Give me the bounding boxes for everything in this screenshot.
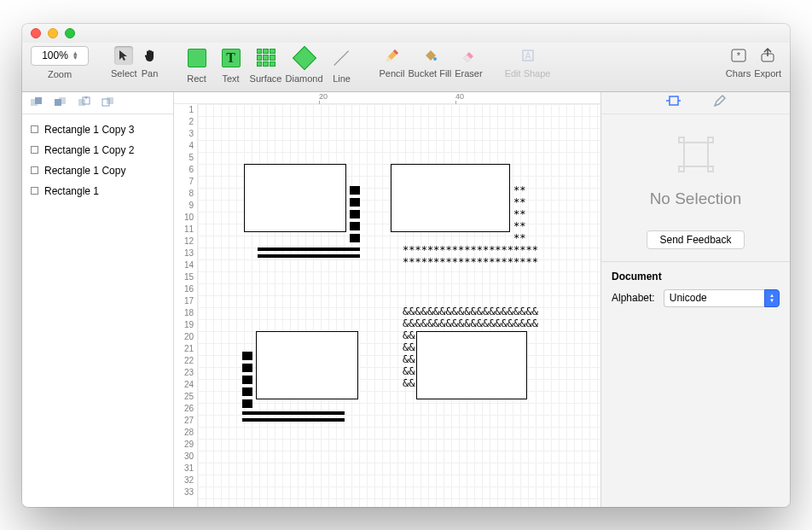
visibility-toggle[interactable] bbox=[31, 146, 38, 154]
zoom-group: 100% ▴▾ Zoom bbox=[31, 46, 89, 79]
tab-geometry[interactable] bbox=[665, 94, 681, 111]
zoom-label: Zoom bbox=[48, 69, 72, 79]
text-label: Text bbox=[222, 73, 239, 84]
send-backward-button[interactable] bbox=[99, 95, 118, 110]
zoom-stepper[interactable]: 100% ▴▾ bbox=[31, 46, 89, 66]
surface-tool-button[interactable] bbox=[251, 46, 281, 70]
gutter-row: 9 bbox=[174, 200, 194, 212]
alphabet-select[interactable]: Unicode ▲▼ bbox=[664, 289, 780, 307]
ruler-tick: 40 bbox=[455, 92, 464, 101]
shadow-block bbox=[258, 254, 360, 258]
chars-button[interactable]: * bbox=[729, 46, 748, 65]
document-heading: Document bbox=[612, 271, 780, 282]
gutter-row: 4 bbox=[174, 140, 194, 152]
gutter-row: 30 bbox=[174, 451, 194, 463]
layer-label: Rectangle 1 Copy 2 bbox=[44, 144, 134, 156]
pan-tool-button[interactable] bbox=[141, 46, 160, 65]
export-button[interactable] bbox=[758, 46, 777, 65]
gutter-row: 8 bbox=[174, 188, 194, 200]
layer-list[interactable]: Rectangle 1 Copy 3 Rectangle 1 Copy 2 Re… bbox=[22, 114, 173, 507]
bucket-label: Bucket Fill bbox=[409, 68, 452, 79]
gutter-row: 2 bbox=[174, 116, 194, 128]
rect-tool-button[interactable] bbox=[182, 46, 212, 70]
line-tool-button[interactable] bbox=[327, 46, 357, 70]
visibility-toggle[interactable] bbox=[31, 166, 38, 174]
gutter-row: 20 bbox=[174, 331, 194, 343]
layer-item[interactable]: Rectangle 1 Copy bbox=[26, 160, 170, 181]
canvas[interactable]: ** ** ** ** ** ********************** **… bbox=[198, 104, 600, 507]
gutter-row: 17 bbox=[174, 295, 194, 307]
svg-rect-7 bbox=[35, 97, 42, 104]
ascii-shadow: &&&&&&&&&&&&&&&&&&&&&& &&&&&&&&&&&&&&&&&… bbox=[403, 306, 538, 329]
gutter-row: 6 bbox=[174, 164, 194, 176]
bring-forward-button[interactable] bbox=[75, 95, 94, 110]
hand-icon bbox=[142, 48, 158, 63]
layer-item[interactable]: Rectangle 1 bbox=[26, 181, 170, 201]
shadow-block bbox=[258, 248, 360, 251]
export-label: Export bbox=[754, 68, 781, 79]
editshape-button: A bbox=[519, 46, 537, 65]
eraser-tool-button[interactable] bbox=[459, 46, 478, 65]
chars-icon: * bbox=[730, 47, 747, 64]
canvas-wrap: 20 40 1234567891011121314151617181920212… bbox=[174, 92, 600, 507]
stepper-arrows-icon: ▴▾ bbox=[73, 51, 78, 60]
gutter-row: 23 bbox=[174, 367, 194, 379]
toolbar: 100% ▴▾ Zoom Select Pan bbox=[22, 43, 790, 92]
window-minimize-button[interactable] bbox=[48, 28, 58, 38]
send-back-button[interactable] bbox=[51, 95, 70, 110]
layer-label: Rectangle 1 Copy 3 bbox=[44, 124, 134, 136]
surface-label: Surface bbox=[250, 73, 282, 84]
gutter-row: 21 bbox=[174, 343, 194, 355]
gutter-row: 7 bbox=[174, 176, 194, 188]
document-section: Document Alphabet: Unicode ▲▼ bbox=[601, 261, 790, 316]
selection-placeholder-icon bbox=[676, 135, 716, 174]
chars-label: Chars bbox=[726, 68, 751, 79]
pencil-tool-button[interactable] bbox=[383, 46, 402, 65]
gutter-row: 19 bbox=[174, 319, 194, 331]
line-icon bbox=[333, 49, 351, 67]
visibility-toggle[interactable] bbox=[31, 125, 38, 133]
editshape-icon: A bbox=[520, 48, 536, 63]
gutter-row: 31 bbox=[174, 463, 194, 475]
ascii-shadow: ** ** ** ** ** bbox=[513, 184, 525, 244]
shadow-block bbox=[350, 186, 360, 246]
shadow-block bbox=[242, 352, 252, 411]
svg-rect-12 bbox=[107, 97, 113, 104]
diamond-tool-button[interactable] bbox=[289, 46, 320, 70]
layer-item[interactable]: Rectangle 1 Copy 2 bbox=[26, 140, 170, 160]
visibility-toggle[interactable] bbox=[31, 187, 38, 195]
rect-shape[interactable] bbox=[244, 164, 346, 232]
gutter-row: 14 bbox=[174, 259, 194, 271]
gutter-row: 5 bbox=[174, 152, 194, 164]
sidebar-toolbar bbox=[22, 92, 173, 114]
svg-point-0 bbox=[433, 57, 437, 61]
layer-item[interactable]: Rectangle 1 Copy 3 bbox=[26, 119, 170, 140]
gutter-row: 27 bbox=[174, 415, 194, 427]
rect-icon bbox=[188, 49, 206, 67]
select-tool-button[interactable] bbox=[114, 46, 133, 65]
text-tool-button[interactable]: T bbox=[216, 46, 246, 70]
send-feedback-button[interactable]: Send Feedback bbox=[647, 230, 744, 249]
rect-shape[interactable] bbox=[256, 331, 358, 399]
layer-label: Rectangle 1 Copy bbox=[44, 165, 125, 177]
titlebar bbox=[22, 24, 790, 43]
bring-front-button[interactable] bbox=[27, 95, 46, 110]
gutter-row: 16 bbox=[174, 283, 194, 295]
body: Rectangle 1 Copy 3 Rectangle 1 Copy 2 Re… bbox=[22, 92, 790, 507]
pencil-icon bbox=[384, 47, 401, 64]
draw-tools-group: Pencil Bucket Fill Eraser bbox=[380, 46, 483, 79]
window-close-button[interactable] bbox=[31, 28, 41, 38]
horizontal-ruler: 20 40 bbox=[174, 92, 600, 104]
tab-style[interactable] bbox=[713, 94, 727, 111]
shadow-block bbox=[242, 411, 345, 415]
ruler-tick: 20 bbox=[319, 92, 328, 101]
no-selection-state: No Selection bbox=[601, 114, 790, 224]
bucket-tool-button[interactable] bbox=[420, 46, 439, 65]
rect-shape[interactable] bbox=[391, 164, 510, 232]
shape-tools-group: Rect TText Surface Diamond Line bbox=[182, 46, 357, 84]
alphabet-label: Alphabet: bbox=[612, 292, 655, 304]
ascii-shadow: ********************** *****************… bbox=[403, 244, 538, 268]
nav-tools-group: Select Pan bbox=[111, 46, 160, 79]
window-zoom-button[interactable] bbox=[65, 28, 75, 38]
rect-shape[interactable] bbox=[416, 331, 527, 399]
